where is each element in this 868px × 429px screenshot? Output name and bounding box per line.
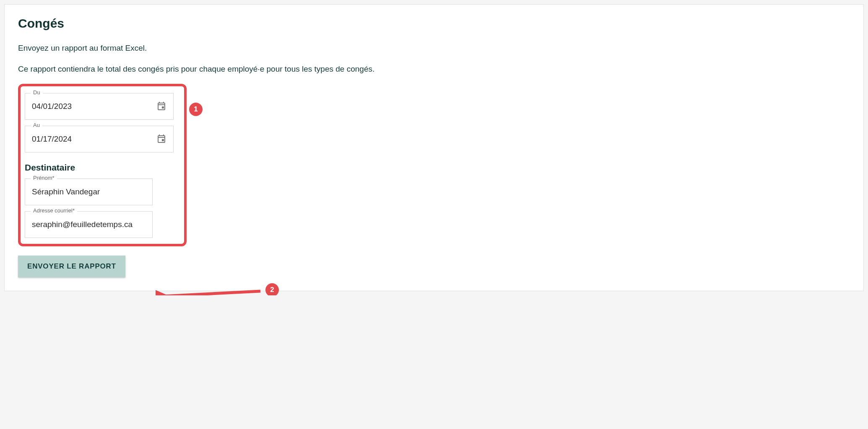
email-box[interactable] <box>25 211 153 238</box>
to-date-field-wrap: Au <box>25 126 180 152</box>
report-card: Congés Envoyez un rapport au format Exce… <box>4 4 864 291</box>
annotation-badge-2: 2 <box>265 283 279 295</box>
form-highlight-box: Du Au Destinataire Prénom* <box>18 84 187 246</box>
to-date-box[interactable] <box>25 126 174 152</box>
recipient-heading: Destinataire <box>25 163 180 173</box>
firstname-field-wrap: Prénom* <box>25 178 180 205</box>
annotation-badge-1: 1 <box>189 103 203 116</box>
page-title: Congés <box>18 16 850 31</box>
email-field-wrap: Adresse courriel* <box>25 211 180 238</box>
firstname-input[interactable] <box>32 187 146 196</box>
from-date-field-wrap: Du <box>25 93 180 120</box>
description-line-2: Ce rapport contiendra le total des congé… <box>18 63 850 75</box>
calendar-icon[interactable] <box>156 134 166 145</box>
send-report-button[interactable]: ENVOYER LE RAPPORT <box>18 256 125 277</box>
firstname-label: Prénom* <box>31 175 57 181</box>
firstname-box[interactable] <box>25 178 153 205</box>
svg-rect-0 <box>162 106 164 109</box>
svg-line-2 <box>163 291 260 295</box>
from-date-input[interactable] <box>32 102 153 111</box>
from-date-label: Du <box>31 89 43 96</box>
to-date-input[interactable] <box>32 134 153 144</box>
email-input[interactable] <box>32 220 146 229</box>
from-date-box[interactable] <box>25 93 174 120</box>
to-date-label: Au <box>31 122 42 128</box>
calendar-icon[interactable] <box>156 101 166 112</box>
description-line-1: Envoyez un rapport au format Excel. <box>18 42 850 54</box>
annotation-arrow <box>156 284 265 295</box>
svg-rect-1 <box>162 139 164 141</box>
email-label: Adresse courriel* <box>31 207 77 214</box>
